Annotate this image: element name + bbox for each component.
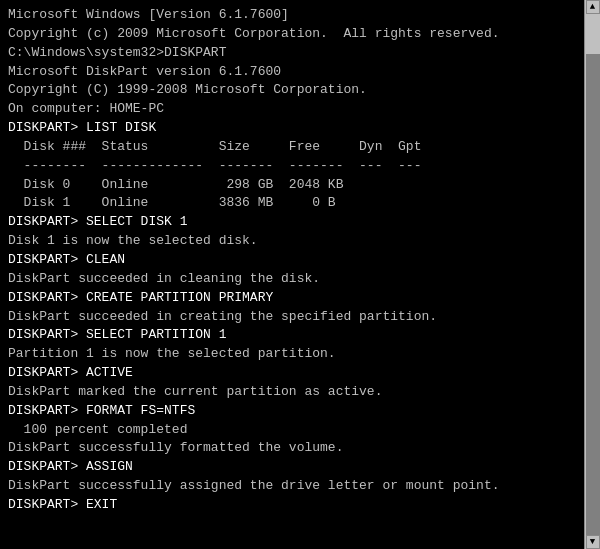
- terminal-line: DiskPart succeeded in creating the speci…: [8, 308, 576, 327]
- terminal-line: Disk 1 Online 3836 MB 0 B: [8, 194, 576, 213]
- terminal-line: DISKPART> CLEAN: [8, 251, 576, 270]
- terminal-line: Microsoft Windows [Version 6.1.7600]: [8, 6, 576, 25]
- terminal-line: DiskPart successfully formatted the volu…: [8, 439, 576, 458]
- terminal-line: DISKPART> SELECT PARTITION 1: [8, 326, 576, 345]
- scroll-up-button[interactable]: ▲: [586, 0, 600, 14]
- terminal-line: C:\Windows\system32>DISKPART: [8, 44, 576, 63]
- terminal-line: 100 percent completed: [8, 421, 576, 440]
- terminal-line: DISKPART> CREATE PARTITION PRIMARY: [8, 289, 576, 308]
- terminal-content: Microsoft Windows [Version 6.1.7600]Copy…: [0, 0, 584, 549]
- terminal-window: Microsoft Windows [Version 6.1.7600]Copy…: [0, 0, 600, 549]
- terminal-line: DISKPART> ASSIGN: [8, 458, 576, 477]
- terminal-line: DISKPART> LIST DISK: [8, 119, 576, 138]
- terminal-line: -------- ------------- ------- ------- -…: [8, 157, 576, 176]
- terminal-line: DiskPart marked the current partition as…: [8, 383, 576, 402]
- terminal-line: On computer: HOME-PC: [8, 100, 576, 119]
- terminal-line: DISKPART> ACTIVE: [8, 364, 576, 383]
- terminal-line: Partition 1 is now the selected partitio…: [8, 345, 576, 364]
- terminal-line: Disk ### Status Size Free Dyn Gpt: [8, 138, 576, 157]
- scrollbar-track[interactable]: [586, 14, 600, 535]
- terminal-line: DISKPART> EXIT: [8, 496, 576, 515]
- terminal-line: DISKPART> SELECT DISK 1: [8, 213, 576, 232]
- terminal-line: DISKPART> FORMAT FS=NTFS: [8, 402, 576, 421]
- terminal-line: Copyright (c) 2009 Microsoft Corporation…: [8, 25, 576, 44]
- scrollbar-thumb[interactable]: [586, 14, 600, 54]
- terminal-line: Microsoft DiskPart version 6.1.7600: [8, 63, 576, 82]
- scrollbar[interactable]: ▲ ▼: [584, 0, 600, 549]
- scroll-down-button[interactable]: ▼: [586, 535, 600, 549]
- terminal-line: DiskPart succeeded in cleaning the disk.: [8, 270, 576, 289]
- terminal-line: Copyright (C) 1999-2008 Microsoft Corpor…: [8, 81, 576, 100]
- terminal-line: Disk 0 Online 298 GB 2048 KB: [8, 176, 576, 195]
- terminal-line: DiskPart successfully assigned the drive…: [8, 477, 576, 496]
- terminal-line: Disk 1 is now the selected disk.: [8, 232, 576, 251]
